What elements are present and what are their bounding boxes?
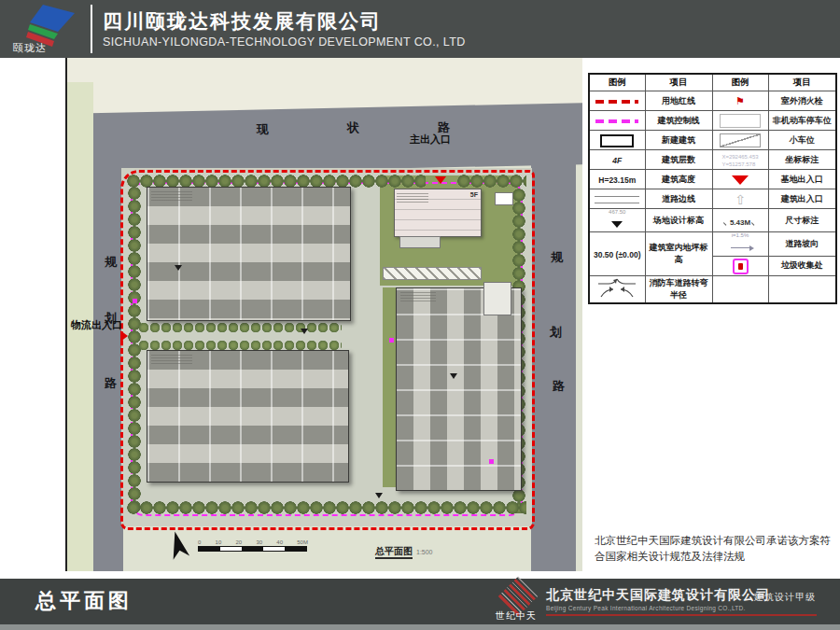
legend-label-cell: 用地红线	[645, 91, 712, 111]
scale-tick: 0	[198, 539, 201, 545]
legend-row: 30.50 (±0.00)建筑室内地坪标高i=1.5%道路坡向	[589, 232, 836, 257]
legend-symbol-cell: ⚑	[712, 91, 768, 111]
warehouse-southwest	[147, 350, 349, 483]
scale-tick: 20	[236, 539, 243, 545]
legend-symbol-text: H=23.15m	[590, 171, 645, 188]
legend-label-cell: 道路坡向	[768, 232, 836, 257]
legend-row: 建筑控制线非机动车停车位	[589, 111, 836, 131]
elevation-marker	[375, 493, 383, 498]
bike-parking-hatch	[383, 267, 482, 280]
plan-caption: 总平面图1:500	[375, 541, 433, 558]
gatehouse	[483, 282, 511, 315]
legend-symbol-cell	[712, 170, 768, 189]
site-plan: 5F 现 状 路 规 划 路 规 划 路 主出入口 物流出入口 0 10 20 …	[65, 58, 582, 571]
legend-label-cell: 垃圾收集处	[768, 256, 836, 275]
legend-header-row: 图例 项目 图例 项目	[589, 74, 836, 91]
scale-tick: 30	[256, 539, 262, 545]
legend-symbol-cell: 467.50	[589, 209, 645, 232]
company-name-en: SICHUAN-YILONGDA-TECHNOLOGY DEVELOPMENT …	[103, 35, 466, 49]
scale-tick: 10	[216, 539, 222, 545]
legend-label-cell: 尺寸标注	[768, 209, 836, 232]
control-line-dot	[389, 338, 394, 343]
legend-symbol-elev-site: 467.50	[590, 209, 645, 231]
legend-label-cell: 小车位	[768, 131, 836, 150]
warehouse-northwest	[147, 187, 351, 321]
legend-symbol-hydrant: ⚑	[713, 92, 768, 109]
utility-box	[495, 192, 513, 205]
legend-label-cell	[768, 275, 836, 303]
legend-header: 项目	[645, 74, 712, 91]
road-right-char: 路	[553, 378, 565, 395]
plan-note	[397, 193, 428, 203]
legend-symbol-dim: 5.43M	[713, 212, 768, 229]
road-left-char: 路	[105, 375, 117, 392]
disclaimer-text: 北京世纪中天国际建筑设计有限公司承诺该方案符合国家相关设计规范及法律法规	[595, 533, 839, 566]
legend-label-cell: 建筑控制线	[645, 111, 712, 131]
legend-symbol-cell	[589, 189, 645, 209]
scale-tick: 40	[276, 539, 283, 545]
legend-row: H=23.15m建筑高度基地出入口	[589, 170, 836, 189]
legend-symbol-cell	[712, 256, 768, 275]
legend-symbol-cell	[589, 91, 645, 111]
scale-bar-labels: 0 10 20 30 40 50M	[198, 539, 308, 545]
warehouse-east	[396, 287, 522, 491]
legend-header: 图例	[712, 74, 768, 91]
legend-symbol-text: 30.50 (±0.00)	[590, 245, 645, 262]
footer-bottom-strip	[0, 624, 840, 630]
office-annex	[399, 236, 441, 248]
page: { "header": { "logo_text": "颐珑达", "compa…	[0, 0, 840, 630]
legend-symbol-cell	[712, 131, 768, 150]
sheet-title: 总平面图	[35, 587, 133, 615]
plan-caption-scale: 1:500	[416, 549, 433, 555]
scale-bar: 0 10 20 30 40 50M	[198, 539, 308, 552]
legend-label-cell: 坐标标注	[768, 150, 836, 170]
legend-row: 消防车道路转弯半径	[589, 275, 836, 303]
legend-label-cell: 场地设计标高	[645, 209, 712, 232]
legend-symbol-magenta-dash	[590, 112, 645, 129]
legend-row: 新建建筑小车位	[589, 131, 836, 150]
legend-symbol-rect-diag	[713, 132, 768, 148]
header-bar: 颐珑达 四川颐珑达科技发展有限公司 SICHUAN-YILONGDA-TECHN…	[0, 0, 840, 58]
header-divider	[91, 5, 92, 53]
legend-symbol-red-dash	[590, 92, 645, 109]
legend-label-cell: 室外消火栓	[768, 91, 836, 111]
road-right-char: 划	[550, 324, 562, 341]
legend-symbol-trash	[713, 257, 768, 273]
plan-note	[151, 191, 192, 203]
legend-label-cell: 建筑层数	[645, 150, 712, 170]
legend-label-cell: 建筑室内地坪标高	[645, 232, 712, 276]
legend-row: 用地红线⚑室外消火栓	[589, 91, 836, 111]
legend-symbol-cell	[712, 111, 768, 131]
plan-note	[400, 292, 436, 303]
legend-symbol-cell	[712, 275, 768, 303]
legend-symbol-cell: H=23.15m	[589, 170, 645, 189]
legend-label-cell: 基地出入口	[768, 170, 836, 189]
plan-caption-title: 总平面图	[375, 546, 413, 559]
legend-table: 图例 项目 图例 项目 用地红线⚑室外消火栓建筑控制线非机动车停车位新建建筑小车…	[588, 73, 837, 304]
legend-symbol-cell: 4F	[589, 150, 645, 170]
legend-symbol-cell	[589, 111, 645, 131]
scale-tick: 50M	[297, 539, 308, 545]
legend-header: 项目	[768, 74, 836, 91]
legend-symbol-cell: i=1.5%	[712, 232, 768, 257]
road-top-char: 现	[257, 121, 269, 138]
legend-label-cell: 消防车道路转弯半径	[645, 275, 712, 303]
logo-text: 颐珑达	[13, 41, 47, 55]
control-line-dot	[489, 459, 494, 464]
designer-grade: 建筑设计甲级	[754, 591, 816, 604]
legend-symbol-cell: X=292465.453Y=51257.578	[712, 150, 768, 170]
planned-road-right	[531, 138, 576, 571]
legend-label-cell: 道路边线	[645, 189, 712, 209]
road-right-char: 规	[551, 249, 563, 266]
north-arrow-icon	[164, 530, 192, 562]
elevation-marker	[450, 373, 457, 379]
elevation-marker	[301, 329, 308, 334]
designer-name-en: Beijing Century Peak International Archi…	[546, 605, 817, 616]
legend-symbol-rect-light	[713, 112, 768, 129]
designer-logo-text: 世纪中天	[496, 609, 537, 623]
hedge-mid-north	[138, 322, 342, 333]
legend-symbol-slope: i=1.5%	[713, 232, 768, 256]
legend-header: 图例	[589, 74, 645, 91]
main-entrance-marker	[435, 176, 446, 184]
legend-symbol-coords: X=292465.453Y=51257.578	[713, 151, 768, 168]
